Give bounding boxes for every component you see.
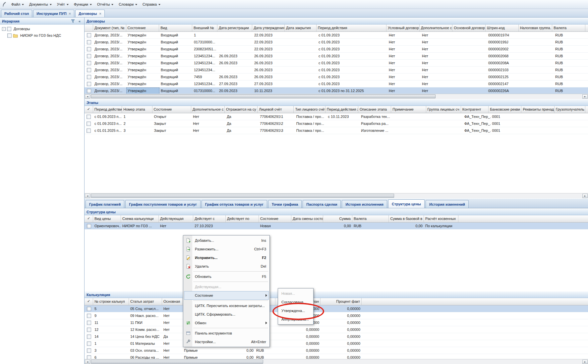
table-cell[interactable]: с 01.09.2023 xyxy=(317,67,387,73)
table-cell[interactable]: 0,00000 xyxy=(275,347,321,354)
table-cell[interactable]: 017310000... xyxy=(193,87,218,94)
table-cell[interactable]: 05 Соц. отчисл... xyxy=(129,305,162,312)
table-cell[interactable]: 6 xyxy=(93,354,129,359)
table-cell[interactable]: Нет xyxy=(162,305,183,312)
table-cell[interactable]: Утверждён xyxy=(126,67,159,73)
table-cell[interactable]: 0,00000 xyxy=(321,333,362,340)
checkbox-cell[interactable] xyxy=(85,305,93,312)
column-header[interactable]: Штрих-код xyxy=(486,25,519,31)
detail-tab[interactable]: График платежей xyxy=(86,200,124,208)
column-header[interactable]: Дополнительное с xyxy=(191,106,225,113)
table-cell[interactable] xyxy=(520,46,554,52)
checkbox-cell[interactable] xyxy=(85,87,93,94)
table-cell[interactable]: 3 xyxy=(122,127,153,134)
table-cell[interactable]: 0,00000 xyxy=(275,354,321,359)
column-header[interactable]: Документ (тип, № xyxy=(93,25,126,31)
table-cell[interactable]: 0,00 xyxy=(219,354,255,359)
table-cell[interactable] xyxy=(454,87,487,94)
context-menu-item[interactable]: Настройки...Alt+Enter xyxy=(184,338,269,346)
scroll-left-button[interactable]: ◄ xyxy=(85,94,90,99)
column-header[interactable]: Описание этапа xyxy=(358,106,391,113)
table-cell[interactable]: RUB xyxy=(255,354,275,359)
table-cell[interactable]: Нет xyxy=(162,319,183,326)
table-cell[interactable]: 000000226А xyxy=(487,87,520,94)
table-cell[interactable]: с 01.09.2023 xyxy=(317,74,387,80)
table-cell[interactable]: Договор, 2023/... xyxy=(93,87,126,94)
table-cell[interactable]: Входящий xyxy=(159,87,193,94)
table-row[interactable]: Договор, 2023/...УтверждёнВходящий745926… xyxy=(85,74,588,80)
table-cell[interactable] xyxy=(454,67,487,73)
column-header[interactable]: Состояние xyxy=(152,106,191,113)
table-cell[interactable] xyxy=(454,53,487,59)
column-header[interactable]: Внешний № xyxy=(192,25,217,31)
column-header[interactable]: Расчёт косвенных xyxy=(424,215,458,222)
column-header[interactable]: Статья затрат xyxy=(129,298,162,305)
column-header[interactable]: Условный договор xyxy=(386,25,420,31)
table-cell[interactable]: 22.09.2023 xyxy=(253,32,285,38)
table-cell[interactable] xyxy=(428,120,463,127)
table-cell[interactable]: Новая xyxy=(259,223,291,229)
table-cell[interactable]: Утверждён xyxy=(126,53,159,59)
table-cell[interactable]: Нет xyxy=(421,32,454,38)
table-cell[interactable] xyxy=(285,80,317,87)
table-cell[interactable] xyxy=(285,46,317,52)
column-header[interactable]: Основная xyxy=(162,298,183,305)
tab-рабочий-стол[interactable]: Рабочий стол xyxy=(1,10,32,17)
table-cell[interactable]: 0000002002 xyxy=(487,46,520,52)
table-cell[interactable]: Входящий xyxy=(159,32,193,38)
tree-node[interactable]: НИОКР по ГОЗ без НДС xyxy=(0,32,84,39)
table-cell[interactable]: Нет xyxy=(162,347,183,354)
submenu-item[interactable]: Аннулирована... xyxy=(279,315,313,324)
column-header[interactable]: Валюта xyxy=(352,215,389,222)
table-cell[interactable]: 0,00 xyxy=(389,223,424,229)
detail-tab[interactable]: Структура цены xyxy=(388,199,425,208)
row-checkbox[interactable] xyxy=(87,75,91,79)
row-checkbox[interactable] xyxy=(87,341,91,346)
table-cell[interactable]: Нет xyxy=(159,223,193,229)
table-cell[interactable]: 0000002068 xyxy=(487,53,520,59)
select-all-column-header[interactable]: ✓ xyxy=(85,215,93,222)
table-cell[interactable]: 3 xyxy=(93,347,129,354)
table-cell[interactable]: 0,00000 xyxy=(321,319,362,326)
table-cell[interactable]: с 01.09.2023 п... xyxy=(93,120,122,127)
table-cell[interactable]: RUB xyxy=(554,80,587,87)
table-cell[interactable]: 2 xyxy=(122,120,153,127)
detail-tab[interactable]: История исполнения xyxy=(342,200,387,208)
table-cell[interactable]: Изготовление ... xyxy=(360,127,393,134)
table-cell[interactable]: Нет xyxy=(387,80,421,87)
table-cell[interactable]: 26.09.2023 xyxy=(218,60,253,66)
table-cell[interactable]: RUB xyxy=(554,74,587,80)
table-cell[interactable] xyxy=(524,127,557,134)
row-checkbox[interactable] xyxy=(87,129,91,133)
table-cell[interactable]: с 01.09.2023 xyxy=(317,46,387,52)
row-checkbox[interactable] xyxy=(87,321,91,325)
row-checkbox[interactable] xyxy=(87,115,91,119)
scroll-right-button[interactable]: ► xyxy=(582,360,588,364)
table-cell[interactable] xyxy=(218,67,253,73)
menubar-item[interactable]: Файл xyxy=(9,1,27,8)
table-cell[interactable]: 7706406291\3 xyxy=(259,127,295,134)
table-row[interactable]: 101 МатериалыНетПрямые0,000000,00000 xyxy=(85,340,588,347)
table-cell[interactable] xyxy=(454,80,487,87)
table-cell[interactable] xyxy=(557,113,588,120)
table-cell[interactable] xyxy=(285,32,317,38)
table-cell[interactable]: 14 Цена без НДС xyxy=(129,333,162,340)
table-cell[interactable]: Входящий xyxy=(159,60,193,66)
table-cell[interactable]: 123451234... xyxy=(193,60,218,66)
table-row[interactable]: Договор, 2023/...УтверждёнВходящий230823… xyxy=(85,46,588,53)
row-checkbox[interactable] xyxy=(87,348,91,353)
table-cell[interactable]: Договор, 2023/... xyxy=(93,67,126,73)
table-cell[interactable]: Нет xyxy=(387,60,421,66)
table-cell[interactable]: 01 Материалы xyxy=(129,340,162,347)
table-cell[interactable]: Прямые xyxy=(183,347,219,354)
checkbox-cell[interactable] xyxy=(85,80,93,87)
table-cell[interactable]: RUB xyxy=(554,87,587,94)
table-cell[interactable]: 0,00000 xyxy=(321,305,362,312)
table-cell[interactable]: Закрыт xyxy=(153,127,192,134)
column-header[interactable]: Номер этапа xyxy=(122,106,152,113)
table-cell[interactable] xyxy=(285,74,317,80)
column-header[interactable]: Сумма в базовой в xyxy=(389,215,424,222)
table-cell[interactable] xyxy=(557,120,588,127)
table-cell[interactable]: 26.09.2023 xyxy=(218,74,253,80)
table-cell[interactable]: Входящий xyxy=(159,67,193,73)
